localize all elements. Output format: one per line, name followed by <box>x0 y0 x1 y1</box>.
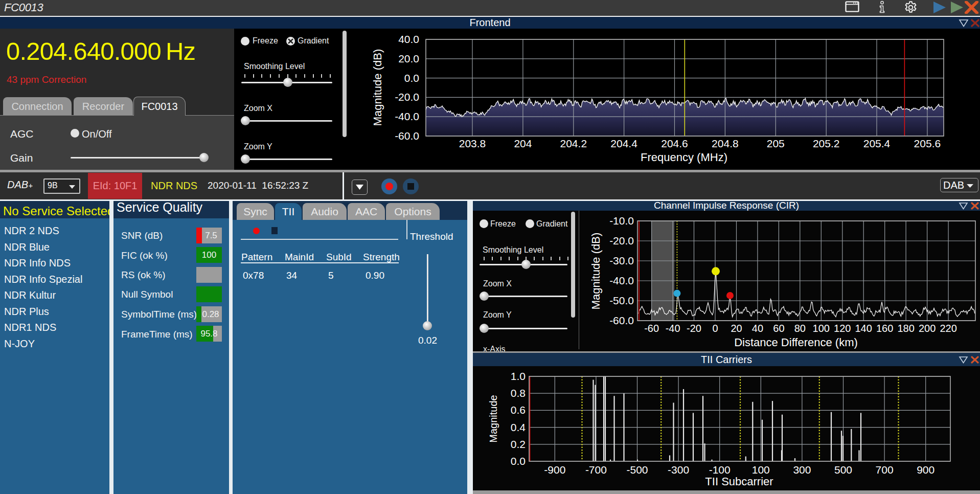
svg-text:0: 0 <box>712 323 718 334</box>
svg-text:204.4: 204.4 <box>610 138 637 149</box>
svg-text:-30.0: -30.0 <box>609 255 634 266</box>
svg-text:80: 80 <box>794 323 806 334</box>
svg-text:900: 900 <box>917 464 935 476</box>
svg-text:205.2: 205.2 <box>813 138 840 149</box>
svg-text:-10.0: -10.0 <box>609 215 634 227</box>
svg-text:0.6: 0.6 <box>511 404 526 416</box>
svg-text:205.6: 205.6 <box>914 138 941 149</box>
svg-text:Magnitude: Magnitude <box>488 395 499 442</box>
svg-text:-500: -500 <box>626 464 648 476</box>
svg-text:-900: -900 <box>544 464 565 476</box>
svg-text:Magnitude (dB): Magnitude (dB) <box>371 49 384 126</box>
svg-text:-700: -700 <box>585 464 607 476</box>
svg-text:0.2: 0.2 <box>511 438 526 450</box>
svg-text:500: 500 <box>834 464 852 476</box>
svg-text:TII Subcarrier: TII Subcarrier <box>705 475 773 488</box>
svg-text:20.0: 20.0 <box>398 53 419 64</box>
svg-text:-300: -300 <box>668 464 689 476</box>
svg-text:-20.0: -20.0 <box>609 235 634 246</box>
svg-text:100: 100 <box>813 323 830 334</box>
svg-text:100: 100 <box>752 464 770 476</box>
svg-text:203.8: 203.8 <box>459 138 486 149</box>
svg-text:220: 220 <box>940 323 956 334</box>
svg-text:60: 60 <box>773 323 784 334</box>
svg-text:-60: -60 <box>644 323 659 334</box>
svg-text:700: 700 <box>876 464 894 476</box>
svg-text:120: 120 <box>834 323 851 334</box>
svg-text:205.4: 205.4 <box>863 138 891 149</box>
svg-text:0.8: 0.8 <box>511 387 526 399</box>
svg-text:-100: -100 <box>709 464 731 476</box>
svg-text:Frequency (MHz): Frequency (MHz) <box>641 151 727 164</box>
svg-text:204.2: 204.2 <box>560 138 587 149</box>
svg-text:180: 180 <box>897 323 914 334</box>
svg-text:204.8: 204.8 <box>712 138 739 149</box>
svg-text:Distance Difference (km): Distance Difference (km) <box>734 336 858 349</box>
svg-text:-60.0: -60.0 <box>395 130 419 142</box>
svg-text:40.0: 40.0 <box>398 33 419 45</box>
svg-text:-20: -20 <box>687 323 701 334</box>
svg-text:0.0: 0.0 <box>511 455 526 467</box>
svg-text:-20.0: -20.0 <box>395 91 419 103</box>
svg-text:160: 160 <box>876 323 893 334</box>
svg-text:1.0: 1.0 <box>511 370 526 382</box>
svg-text:-60.0: -60.0 <box>609 315 634 326</box>
svg-text:140: 140 <box>855 323 872 334</box>
svg-text:205: 205 <box>767 138 785 149</box>
svg-text:-40.0: -40.0 <box>609 275 634 286</box>
svg-text:-40.0: -40.0 <box>395 110 419 122</box>
svg-text:204: 204 <box>514 138 532 149</box>
svg-text:204.6: 204.6 <box>661 138 688 149</box>
svg-text:200: 200 <box>919 323 936 334</box>
svg-text:Magnitude (dB): Magnitude (dB) <box>589 233 602 309</box>
svg-text:20: 20 <box>731 323 742 334</box>
svg-text:-50.0: -50.0 <box>609 295 634 306</box>
svg-text:300: 300 <box>793 464 811 476</box>
svg-text:-40: -40 <box>666 323 680 334</box>
svg-text:40: 40 <box>752 323 763 334</box>
svg-text:0.0: 0.0 <box>404 72 419 84</box>
svg-text:0.4: 0.4 <box>511 421 526 433</box>
